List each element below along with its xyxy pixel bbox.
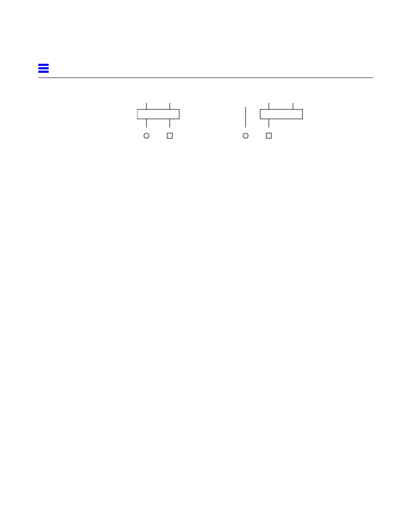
svg-rect-16 bbox=[266, 133, 271, 138]
jumper-diagram bbox=[137, 99, 309, 152]
header-rule bbox=[38, 78, 373, 78]
svg-point-8 bbox=[144, 133, 149, 138]
svg-rect-9 bbox=[167, 133, 172, 138]
svg-rect-2 bbox=[38, 71, 49, 73]
svg-point-15 bbox=[243, 133, 248, 138]
svg-rect-1 bbox=[38, 67, 49, 69]
svg-rect-11 bbox=[260, 109, 302, 119]
three-bars-icon bbox=[38, 63, 50, 76]
page bbox=[0, 0, 411, 532]
svg-rect-3 bbox=[137, 109, 179, 119]
svg-rect-0 bbox=[38, 64, 49, 66]
